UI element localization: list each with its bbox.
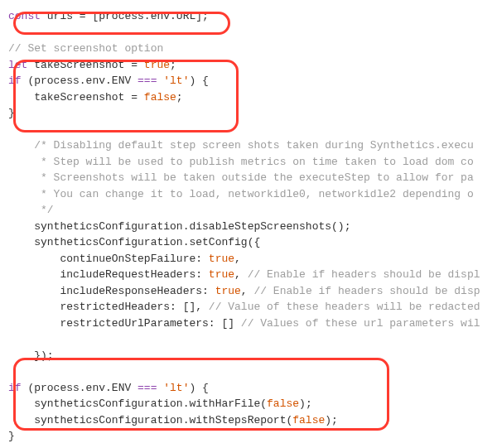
code-text: includeRequestHeaders:	[8, 268, 209, 281]
code-text: includeResponseHeaders:	[8, 285, 215, 297]
code-text: );	[299, 397, 312, 410]
code-text: (process.env.ENV	[22, 382, 138, 394]
code-text: restrictedUrlParameters: []	[8, 317, 241, 330]
comment: // Value of these headers will be redact…	[209, 301, 480, 313]
code-line: /* Disabling default step screen shots t…	[8, 137, 497, 154]
keyword-const: const	[8, 10, 41, 22]
code-line: syntheticsConfiguration.withHarFile(fals…	[8, 396, 497, 412]
code-line: let takeScreenshot = true;	[8, 57, 497, 74]
blank-line	[8, 122, 497, 138]
code-line: restrictedUrlParameters: [] // Values of…	[8, 316, 497, 332]
code-text: );	[325, 414, 338, 426]
comment: // Values of these url parameters wil	[241, 317, 480, 330]
keyword-let: let	[8, 59, 27, 71]
code-line: // Set screenshot option	[8, 41, 497, 57]
code-block: const urls = [process.env.URL]; // Set s…	[8, 8, 497, 445]
blank-line	[8, 364, 497, 380]
keyword-if: if	[8, 382, 22, 394]
code-text: ,	[234, 268, 248, 281]
code-line: });	[8, 348, 497, 364]
code-line: const urls = [process.env.URL];	[8, 8, 497, 25]
code-line: includeResponseHeaders: true, // Enable …	[8, 283, 497, 300]
blank-line	[8, 25, 497, 41]
code-line: if (process.env.ENV === 'lt') {	[8, 380, 497, 397]
keyword-false: false	[144, 91, 176, 104]
keyword-true: true	[215, 285, 241, 297]
operator: ===	[138, 75, 157, 87]
code-text: syntheticsConfiguration.setConfig({	[8, 236, 260, 248]
code-text: }	[8, 107, 15, 119]
code-line: */	[8, 202, 497, 219]
code-text: });	[8, 349, 54, 362]
code-line: syntheticsConfiguration.setConfig({	[8, 234, 497, 251]
keyword-true: true	[209, 268, 234, 281]
code-text: takeScreenshot =	[27, 59, 143, 71]
code-line: * Screenshots will be taken outside the …	[8, 170, 497, 186]
keyword-false: false	[292, 414, 325, 426]
keyword-true: true	[209, 253, 234, 265]
keyword-true: true	[144, 59, 170, 71]
comment: */	[8, 204, 54, 216]
keyword-if: if	[8, 75, 22, 87]
code-text: syntheticsConfiguration.withStepsReport(	[8, 414, 292, 426]
code-text: ) {	[189, 382, 208, 394]
code-text: continueOnStepFailure:	[8, 253, 209, 265]
code-line: restrictedHeaders: [], // Value of these…	[8, 299, 497, 316]
code-text: ;	[170, 59, 176, 71]
code-line: includeRequestHeaders: true, // Enable i…	[8, 267, 497, 283]
code-line: * You can change it to load, networkidle…	[8, 186, 497, 203]
code-line: if (process.env.ENV === 'lt') {	[8, 73, 497, 89]
comment: // Set screenshot option	[8, 42, 163, 55]
code-line: syntheticsConfiguration.withStepsReport(…	[8, 412, 497, 429]
blank-line	[8, 331, 497, 348]
code-text: ;	[176, 91, 183, 104]
comment: * Screenshots will be taken outside the …	[8, 171, 474, 184]
code-line: }	[8, 428, 497, 445]
code-text: syntheticsConfiguration.withHarFile(	[8, 397, 267, 410]
code-text: ,	[241, 285, 254, 297]
code-line: syntheticsConfiguration.disableStepScree…	[8, 219, 497, 235]
code-line: }	[8, 105, 497, 122]
comment: /* Disabling default step screen shots t…	[8, 139, 474, 152]
code-text: syntheticsConfiguration.disableStepScree…	[8, 220, 350, 233]
code-text: }	[8, 430, 15, 442]
string-literal: 'lt'	[163, 382, 189, 394]
code-text: takeScreenshot =	[8, 91, 144, 104]
code-text: urls = [process.env.URL];	[41, 10, 209, 22]
operator: ===	[138, 382, 157, 394]
code-line: * Step will be used to publish metrics o…	[8, 154, 497, 171]
comment: * You can change it to load, networkidle…	[8, 188, 474, 200]
code-text: ) {	[189, 75, 208, 87]
code-line: continueOnStepFailure: true,	[8, 251, 497, 267]
code-text: restrictedHeaders: [],	[8, 301, 209, 313]
code-text: ,	[234, 253, 241, 265]
string-literal: 'lt'	[163, 75, 189, 87]
keyword-false: false	[267, 397, 299, 410]
comment: // Enable if headers should be disp	[253, 285, 480, 297]
comment: * Step will be used to publish metrics o…	[8, 156, 474, 168]
comment: // Enable if headers should be displ	[248, 268, 480, 281]
code-text: (process.env.ENV	[22, 75, 138, 87]
code-line: takeScreenshot = false;	[8, 89, 497, 106]
